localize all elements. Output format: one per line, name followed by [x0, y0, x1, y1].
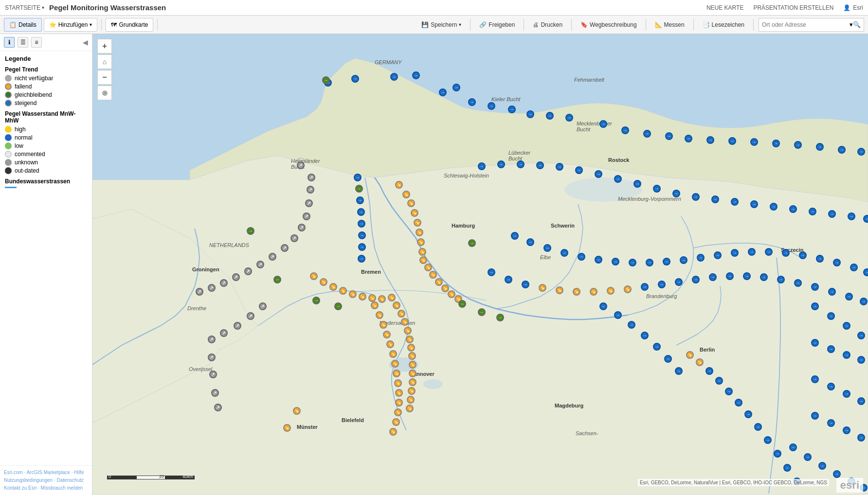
marker-m10[interactable]: ↘: [395, 389, 403, 397]
marker-e36[interactable]: ↘: [407, 396, 415, 404]
marker-fe11[interactable]: →: [843, 390, 850, 398]
marker-s1[interactable]: →: [488, 268, 495, 276]
marker-s19[interactable]: →: [794, 279, 802, 287]
marker-g5[interactable]: →: [334, 302, 342, 310]
marker-fe13[interactable]: →: [811, 412, 819, 420]
marker-r6[interactable]: →: [595, 256, 602, 264]
marker-fe6[interactable]: →: [827, 345, 835, 353]
marker-b21[interactable]: →: [863, 215, 868, 223]
footer-hilfe-link[interactable]: Hilfe: [74, 470, 84, 475]
marker-c15[interactable]: →: [754, 423, 762, 431]
marker-wes5[interactable]: →: [358, 220, 365, 228]
marker-e13[interactable]: ↘: [441, 284, 449, 292]
marker-e22[interactable]: ↘: [368, 294, 376, 302]
marker-19[interactable]: →: [728, 137, 736, 145]
zoom-out-button[interactable]: −: [97, 70, 112, 85]
drucken-button[interactable]: 🖨 Drucken: [529, 19, 566, 30]
zoom-in-button[interactable]: +: [97, 39, 112, 53]
marker-w12[interactable]: ↗: [232, 273, 240, 281]
marker-w8[interactable]: ↗: [281, 244, 289, 252]
marker-w9[interactable]: ↗: [269, 253, 276, 261]
neue-karte-link[interactable]: NEUE KARTE: [706, 4, 743, 11]
marker-r10[interactable]: →: [663, 258, 670, 265]
marker-11[interactable]: →: [546, 112, 554, 120]
marker-s14[interactable]: →: [709, 273, 717, 281]
marker-s7[interactable]: ↘: [590, 288, 597, 296]
marker-r5[interactable]: →: [578, 253, 585, 261]
marker-s18[interactable]: →: [777, 276, 785, 283]
marker-e1[interactable]: ↘: [395, 181, 403, 189]
marker-e12[interactable]: ↘: [435, 278, 443, 286]
marker-e39[interactable]: ↘: [283, 424, 291, 432]
marker-b11[interactable]: →: [672, 190, 680, 197]
marker-e35[interactable]: ↘: [408, 387, 416, 395]
marker-r20[interactable]: →: [833, 259, 841, 266]
marker-b17[interactable]: →: [789, 205, 797, 213]
marker-e30[interactable]: ↘: [407, 344, 415, 352]
marker-w19[interactable]: ↗: [220, 329, 228, 337]
marker-e16[interactable]: ↘: [310, 272, 318, 280]
marker-w6[interactable]: ↗: [298, 224, 306, 231]
marker-c4[interactable]: →: [641, 332, 649, 339]
marker-e14[interactable]: ↘: [448, 290, 455, 298]
marker-w3[interactable]: ↗: [307, 186, 314, 194]
marker-fe15[interactable]: →: [843, 426, 850, 434]
startseite-link[interactable]: STARTSEITE ▾: [5, 4, 44, 11]
marker-18[interactable]: →: [706, 136, 714, 144]
marker-m12[interactable]: ↘: [394, 408, 402, 416]
marker-e29[interactable]: ↘: [406, 336, 414, 343]
marker-fe20[interactable]: →: [833, 470, 841, 478]
marker-e27[interactable]: ↘: [401, 318, 409, 326]
messen-button[interactable]: 📐 Messen: [651, 19, 688, 30]
marker-m14[interactable]: ↘: [389, 428, 397, 436]
marker-21[interactable]: →: [772, 140, 780, 147]
marker-r15[interactable]: →: [748, 248, 756, 256]
marker-2[interactable]: →: [351, 75, 359, 83]
marker-s13[interactable]: →: [692, 276, 700, 283]
search-dropdown-icon[interactable]: ▾: [850, 21, 853, 28]
marker-20[interactable]: →: [750, 138, 758, 146]
marker-wes8[interactable]: →: [358, 255, 365, 263]
marker-e23[interactable]: ↘: [378, 295, 386, 303]
speichern-button[interactable]: 💾 Speichern ▾: [417, 19, 465, 30]
marker-g9[interactable]: →: [496, 314, 504, 321]
marker-w2[interactable]: ↗: [307, 174, 315, 181]
marker-c17[interactable]: →: [774, 450, 781, 458]
marker-b19[interactable]: →: [828, 210, 836, 218]
marker-e7[interactable]: ↘: [417, 238, 425, 246]
marker-fe9[interactable]: →: [811, 375, 819, 383]
marker-s21[interactable]: →: [828, 288, 836, 296]
marker-r7[interactable]: →: [612, 258, 619, 265]
marker-c14[interactable]: →: [744, 410, 752, 418]
marker-r12[interactable]: →: [697, 254, 705, 262]
marker-wes1[interactable]: →: [354, 174, 362, 181]
sidebar-info-icon[interactable]: ℹ: [4, 37, 15, 48]
footer-esri-link[interactable]: Esri.com: [4, 470, 23, 475]
marker-e5[interactable]: ↘: [414, 219, 421, 227]
marker-c13[interactable]: →: [735, 399, 742, 407]
marker-e38[interactable]: ↘: [293, 407, 301, 415]
marker-s22[interactable]: →: [845, 293, 853, 301]
marker-w18[interactable]: ↗: [234, 322, 241, 330]
marker-s2[interactable]: →: [505, 276, 512, 283]
marker-b13[interactable]: →: [711, 195, 719, 203]
marker-r14[interactable]: →: [731, 249, 739, 257]
marker-c9[interactable]: ↘: [696, 358, 704, 366]
marker-b14[interactable]: →: [731, 198, 739, 206]
marker-s23[interactable]: →: [860, 298, 868, 305]
marker-b1[interactable]: →: [478, 162, 486, 170]
footer-kontakt-link[interactable]: Kontakt zu Esri: [4, 485, 36, 491]
freigeben-button[interactable]: 🔗 Freigeben: [475, 19, 519, 30]
marker-m7[interactable]: ↘: [391, 360, 399, 368]
marker-w24[interactable]: ↗: [214, 404, 222, 411]
home-button[interactable]: ⌂: [97, 54, 112, 69]
marker-e37[interactable]: ↘: [406, 405, 414, 412]
marker-b4[interactable]: →: [536, 161, 544, 169]
marker-r18[interactable]: →: [799, 251, 807, 259]
marker-s3[interactable]: →: [522, 281, 529, 288]
marker-e6[interactable]: ↘: [416, 229, 423, 236]
marker-fe17[interactable]: →: [789, 443, 797, 451]
footer-datenschutz-link[interactable]: Datenschutz: [56, 477, 84, 483]
compass-button[interactable]: ◎: [97, 86, 112, 100]
marker-c8[interactable]: ↘: [686, 351, 694, 359]
